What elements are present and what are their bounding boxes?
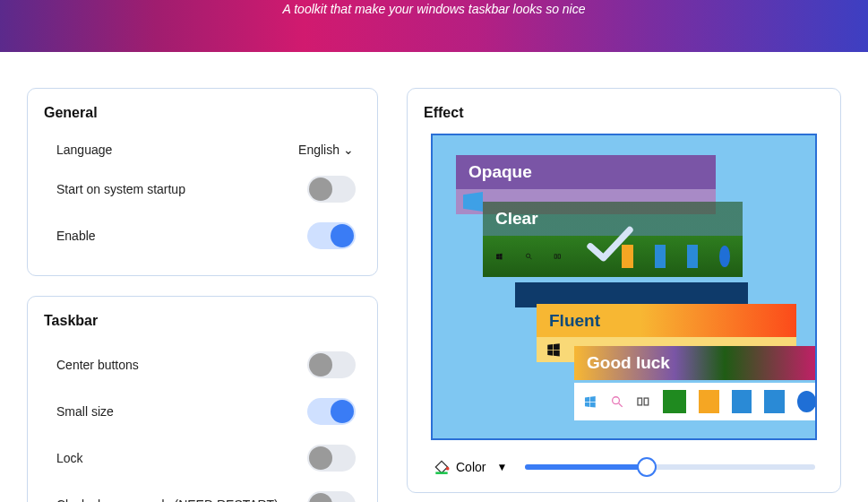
banner: A toolkit that make your windows taskbar… [0,0,868,52]
svg-point-0 [526,254,529,257]
small-label: Small size [56,404,114,419]
small-toggle[interactable] [307,398,356,425]
svg-line-5 [618,403,622,407]
svg-point-8 [446,467,450,471]
dropdown-arrow-icon: ▼ [496,461,507,473]
left-column: General Language English ⌄ Start on syst… [27,88,378,502]
calendar-icon [655,245,666,268]
startup-label: Start on system startup [56,182,185,196]
effect-tile-fluent-label: Fluent [537,304,796,338]
right-column: Effect Opaque Clear [407,88,841,502]
edge-icon [797,391,816,412]
color-label-text: Color [456,460,486,474]
windows-icon [583,394,597,410]
lock-row: Lock [44,435,361,481]
color-slider[interactable] [525,464,815,470]
center-toggle[interactable] [307,351,356,378]
language-value: English [298,143,339,157]
language-row: Language English ⌄ [44,134,361,166]
startup-row: Start on system startup [44,166,361,212]
taskview-icon [636,394,650,410]
effect-tile-goodluck[interactable]: Good luck [574,346,817,380]
explorer-icon [699,390,719,413]
center-label: Center buttons [56,358,139,372]
effect-tile-opaque[interactable]: Opaque [456,155,716,189]
language-label: Language [56,143,112,157]
general-card: General Language English ⌄ Start on syst… [27,88,378,276]
mail-icon [687,245,698,268]
center-row: Center buttons [44,342,361,388]
checkmark-icon [585,225,635,264]
taskbar-title: Taskbar [44,313,361,329]
general-title: General [44,105,361,121]
startup-toggle[interactable] [307,176,356,203]
chevron-down-icon: ⌄ [343,143,354,157]
svg-line-1 [529,257,531,259]
taskview-icon [554,248,562,264]
enable-row: Enable [44,212,361,259]
search-icon [525,248,533,264]
slider-fill [525,464,647,470]
paint-bucket-icon [433,458,451,476]
clock-row: Clock show seconds (NEED RESTART) [44,481,361,502]
mail-icon [764,390,785,413]
color-row: Color ▼ [424,458,824,476]
effect-preview: Opaque Clear [431,134,817,440]
windows-icon [546,342,562,358]
windows-icon [495,248,503,264]
svg-rect-6 [638,398,642,405]
effect-title: Effect [424,105,824,121]
effect-tile-opaque-label: Opaque [456,155,716,189]
language-select[interactable]: English ⌄ [298,143,361,157]
taskbar-card: Taskbar Center buttons Small size Lock C… [27,296,378,502]
clock-label: Clock show seconds (NEED RESTART) [56,498,279,502]
lock-toggle[interactable] [307,445,356,472]
banner-subtitle: A toolkit that make your windows taskbar… [283,2,586,16]
color-picker[interactable]: Color ▼ [433,458,507,476]
calendar-icon [732,390,752,413]
goodluck-strip [574,383,817,420]
svg-rect-7 [644,398,649,405]
lock-label: Lock [56,451,83,465]
effect-tile-fluent[interactable]: Fluent [537,304,796,338]
windows-icon [463,192,483,212]
search-icon [610,394,624,410]
clock-toggle[interactable] [307,491,356,502]
slider-thumb[interactable] [637,457,657,477]
edge-icon [719,246,730,267]
effect-card: Effect Opaque Clear [407,88,841,493]
effect-tile-goodluck-label: Good luck [574,346,817,380]
svg-rect-2 [554,255,557,258]
enable-toggle[interactable] [307,222,356,249]
content: General Language English ⌄ Start on syst… [0,52,868,502]
svg-rect-3 [558,255,561,258]
svg-point-4 [612,397,619,404]
enable-label: Enable [56,229,96,243]
green-app-icon [663,390,686,413]
small-row: Small size [44,388,361,435]
